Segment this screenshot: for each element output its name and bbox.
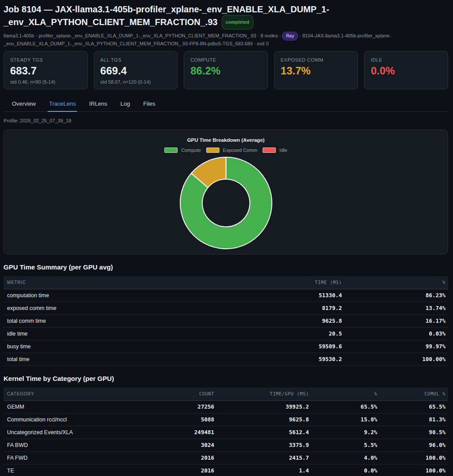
table-row: TE20161.40.0%100.0% [4, 465, 448, 476]
column-header-cumul-: CUMUL % [380, 387, 448, 401]
column-header-category: CATEGORY [4, 387, 151, 401]
row-value: 81.3% [380, 413, 448, 426]
legend-label: Idle [279, 148, 287, 153]
row-value: 249481 [151, 426, 217, 439]
table-row: exposed comm time8179.213.74% [4, 302, 448, 315]
legend-swatch-compute [164, 148, 178, 153]
stat-card-exposed-comm: EXPOSED COMM13.7% [274, 51, 358, 89]
row-label: Uncategorized Events/XLA [4, 426, 151, 439]
stat-card-note: std 0.46, n=80 (5-14) [10, 79, 81, 85]
job-title-text: Job 8104 — JAX-llama3.1-405b-profiler_xp… [4, 4, 329, 27]
chart-title: GPU Time Breakdown (Average) [4, 137, 448, 143]
table-header-row: METRICTIME (MS)% [4, 276, 448, 289]
stat-card-value: 683.7 [10, 65, 81, 77]
row-value: 13.74% [345, 302, 448, 315]
row-value: 27256 [151, 401, 217, 413]
table-row: FA FWD20162415.74.0%100.0% [4, 452, 448, 465]
row-value: 5088 [151, 413, 217, 426]
row-value: 9.2% [312, 426, 380, 439]
legend-swatch-idle [263, 148, 276, 153]
row-label: exposed comm time [4, 302, 256, 315]
tab-files[interactable]: Files [142, 97, 156, 112]
row-value: 1.4 [217, 465, 312, 476]
row-value: 59530.2 [256, 353, 345, 366]
row-label: Communication rccl/nccl [4, 413, 151, 426]
row-value: 99.97% [345, 340, 448, 353]
row-label: TE [4, 465, 151, 476]
table-row: total time59530.2100.00% [4, 353, 448, 366]
row-value: 96.0% [380, 439, 448, 452]
row-label: computation time [4, 289, 256, 302]
row-value: 51330.4 [256, 289, 345, 302]
legend-item-exposed-comm: Exposed Comm [206, 148, 257, 153]
tab-tracelens[interactable]: TraceLens [48, 97, 77, 112]
row-value: 16.17% [345, 315, 448, 328]
stat-card-steady-tgs: STEADY TGS683.7std 0.46, n=80 (5-14) [4, 51, 88, 89]
kernel-heading: Kernel Time by Category (per GPU) [4, 375, 448, 382]
stat-card-label: EXPOSED COMM [281, 57, 352, 63]
row-value: 2016 [151, 452, 217, 465]
stat-card-value: 86.2% [190, 65, 261, 77]
row-value: 86.23% [345, 289, 448, 302]
row-value: 2016 [151, 465, 217, 476]
row-value: 0.03% [345, 328, 448, 340]
row-value: 65.5% [312, 401, 380, 413]
row-value: 9625.8 [217, 413, 312, 426]
row-label: GEMM [4, 401, 151, 413]
tab-irlens[interactable]: IRLens [88, 97, 108, 112]
column-header-time-ms-: TIME (MS) [256, 276, 345, 289]
column-header-metric: METRIC [4, 276, 256, 289]
column-header-count: COUNT [151, 387, 217, 401]
row-label: total comm time [4, 315, 256, 328]
job-meta: llama3.1-405b · profiler_xplane-_env_ENA… [4, 32, 448, 47]
legend-swatch-exposed-comm [206, 148, 219, 153]
row-value: 5.5% [312, 439, 380, 452]
row-value: 2415.7 [217, 452, 312, 465]
row-value: 0.0% [312, 465, 380, 476]
row-label: FA BWD [4, 439, 151, 452]
row-value: 8179.2 [256, 302, 345, 315]
table-row: total comm time9625.816.17% [4, 315, 448, 328]
legend-label: Exposed Comm [223, 148, 257, 153]
stat-card-compute: COMPUTE86.2% [184, 51, 268, 89]
row-value: 39925.2 [217, 401, 312, 413]
row-value: 100.0% [380, 465, 448, 476]
job-dashboard-page: Job 8104 — JAX-llama3.1-405b-profiler_xp… [0, 0, 453, 476]
stat-card-label: IDLE [371, 57, 442, 63]
stat-card-value: 0.0% [371, 65, 442, 77]
legend-item-idle: Idle [263, 148, 287, 153]
donut-chart [178, 155, 274, 251]
row-value: 90.5% [380, 426, 448, 439]
row-value: 100.0% [380, 452, 448, 465]
row-value: 5612.4 [217, 426, 312, 439]
stat-card-value: 669.4 [100, 65, 171, 77]
row-value: 65.5% [380, 401, 448, 413]
row-label: total time [4, 353, 256, 366]
status-badge: completed [222, 15, 253, 30]
profile-label: Profile: 2026_02_25_07_39_18 [4, 118, 448, 123]
tab-overview[interactable]: Overview [11, 97, 37, 112]
column-header--: % [345, 276, 448, 289]
row-label: idle time [4, 328, 256, 340]
legend-label: Compute [181, 148, 201, 153]
tab-bar: OverviewTraceLensIRLensLogFiles [4, 97, 448, 112]
row-value: 3024 [151, 439, 217, 452]
row-value: 4.0% [312, 452, 380, 465]
stat-cards: STEADY TGS683.7std 0.46, n=80 (5-14)ALL … [4, 51, 448, 89]
table-row: idle time20.50.03% [4, 328, 448, 340]
stat-card-all-tgs: ALL TGS669.4std 58.07, n=120 (0-14) [94, 51, 178, 89]
row-value: 59509.6 [256, 340, 345, 353]
row-value: 15.8% [312, 413, 380, 426]
table-row: GEMM2725639925.265.5%65.5% [4, 401, 448, 413]
stat-card-label: COMPUTE [190, 57, 261, 63]
stat-card-note: std 58.07, n=120 (0-14) [100, 79, 171, 85]
tab-log[interactable]: Log [119, 97, 131, 112]
row-value: 20.5 [256, 328, 345, 340]
ray-badge: Ray [282, 32, 298, 41]
stat-card-idle: IDLE0.0% [364, 51, 448, 89]
legend-item-compute: Compute [164, 148, 201, 153]
row-value: 3375.9 [217, 439, 312, 452]
summary-heading: GPU Time Summary (per GPU avg) [4, 263, 448, 271]
row-value: 100.00% [345, 353, 448, 366]
row-value: 9625.8 [256, 315, 345, 328]
